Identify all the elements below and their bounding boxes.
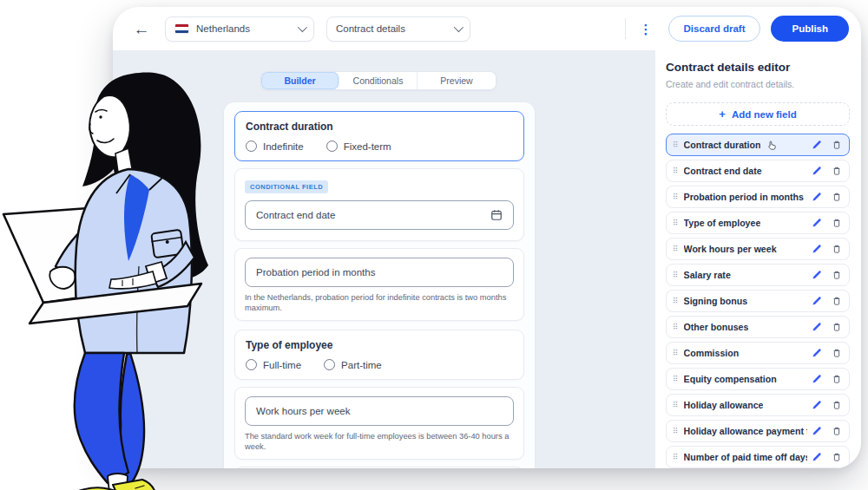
delete-trash-icon[interactable]	[831, 218, 842, 229]
edit-pencil-icon[interactable]	[811, 244, 822, 255]
netherlands-flag-icon	[174, 23, 189, 34]
tab-conditionals[interactable]: Conditionals	[339, 72, 418, 89]
drag-handle-icon[interactable]: ⠿	[673, 245, 678, 253]
probation-period-input[interactable]	[256, 267, 503, 278]
field-row-label: Holiday allowance payment fre...	[684, 426, 807, 436]
radio-label: Part-time	[341, 360, 382, 370]
sidebar-title: Contract details editor	[666, 61, 850, 74]
edit-pencil-icon[interactable]	[811, 426, 822, 437]
field-row-work-hours[interactable]: ⠿ Work hours per week	[666, 238, 850, 260]
country-select-value: Netherlands	[196, 23, 298, 34]
field-row-holiday-allowance[interactable]: ⠿ Holiday allowance	[666, 394, 850, 416]
delete-trash-icon[interactable]	[831, 322, 842, 333]
edit-pencil-icon[interactable]	[811, 452, 822, 463]
divider	[625, 18, 626, 39]
delete-trash-icon[interactable]	[831, 140, 842, 151]
add-new-field-label: Add new field	[732, 109, 797, 120]
field-card-contract-duration[interactable]: Contract duration Indefinite Fixed-term	[234, 111, 524, 161]
edit-pencil-icon[interactable]	[811, 218, 822, 229]
field-row-contract-duration[interactable]: ⠿ Contract duration	[666, 134, 850, 156]
field-row-holiday-allowance-frequency[interactable]: ⠿ Holiday allowance payment fre...	[666, 420, 850, 442]
chevron-down-icon	[298, 23, 307, 32]
edit-pencil-icon[interactable]	[811, 348, 822, 359]
field-row-paid-time-off[interactable]: ⠿ Number of paid time off days	[666, 446, 850, 468]
field-card-salary-rate[interactable]: Salary rate	[234, 467, 524, 468]
helper-text: The standard work week for full-time emp…	[245, 431, 514, 452]
kebab-menu-icon[interactable]: ⋮	[640, 23, 653, 36]
drag-handle-icon[interactable]: ⠿	[673, 141, 678, 149]
drag-handle-icon[interactable]: ⠿	[673, 454, 678, 461]
app-window: ← Netherlands Contract details ⋮ Discard…	[113, 7, 861, 468]
discard-draft-button[interactable]: Discard draft	[668, 16, 761, 42]
delete-trash-icon[interactable]	[831, 270, 842, 281]
field-card-contract-end-date[interactable]: CONDITIONAL FIELD	[234, 168, 524, 241]
row-actions	[811, 400, 842, 411]
delete-trash-icon[interactable]	[831, 166, 842, 177]
field-row-commission[interactable]: ⠿ Commission	[666, 342, 850, 364]
drag-handle-icon[interactable]: ⠿	[673, 167, 678, 175]
radio-label: Full-time	[263, 360, 301, 370]
radio-icon	[326, 140, 338, 152]
delete-trash-icon[interactable]	[831, 296, 842, 307]
edit-pencil-icon[interactable]	[811, 270, 822, 281]
publish-button[interactable]: Publish	[771, 16, 849, 42]
field-row-equity-compensation[interactable]: ⠿ Equity compensation	[666, 368, 850, 390]
drag-handle-icon[interactable]: ⠿	[673, 376, 678, 383]
plus-icon: +	[719, 108, 726, 120]
tab-builder[interactable]: Builder	[261, 72, 339, 89]
drag-handle-icon[interactable]: ⠿	[673, 428, 678, 435]
field-row-signing-bonus[interactable]: ⠿ Signing bonus	[666, 290, 850, 312]
radio-option-fixed-term[interactable]: Fixed-term	[326, 140, 391, 152]
field-row-type-of-employee[interactable]: ⠿ Type of employee	[666, 212, 850, 234]
delete-trash-icon[interactable]	[831, 426, 842, 437]
country-select[interactable]: Netherlands	[165, 16, 314, 42]
radio-option-full-time[interactable]: Full-time	[246, 359, 301, 370]
delete-trash-icon[interactable]	[831, 348, 842, 359]
delete-trash-icon[interactable]	[831, 452, 842, 463]
edit-pencil-icon[interactable]	[811, 374, 822, 385]
row-actions	[811, 426, 842, 437]
delete-trash-icon[interactable]	[831, 192, 842, 203]
tab-preview[interactable]: Preview	[418, 72, 496, 89]
field-card-probation-period[interactable]: In the Netherlands, probation period for…	[234, 248, 524, 321]
field-row-other-bonuses[interactable]: ⠿ Other bonuses	[666, 316, 850, 338]
field-row-salary-rate[interactable]: ⠿ Salary rate	[666, 264, 850, 286]
builder-canvas: Builder Conditionals Preview Contract du…	[113, 50, 655, 468]
field-row-label: Contract end date	[684, 166, 762, 176]
radio-option-indefinite[interactable]: Indefinite	[246, 140, 304, 152]
row-actions	[811, 244, 842, 255]
field-card-work-hours[interactable]: The standard work week for full-time emp…	[234, 387, 524, 460]
delete-trash-icon[interactable]	[831, 400, 842, 411]
work-hours-input[interactable]	[256, 406, 503, 416]
edit-pencil-icon[interactable]	[811, 166, 822, 177]
drag-handle-icon[interactable]: ⠿	[673, 271, 678, 279]
edit-pencil-icon[interactable]	[811, 296, 822, 307]
template-select[interactable]: Contract details	[326, 16, 470, 42]
field-card-type-of-employee[interactable]: Type of employee Full-time Part-time	[234, 330, 524, 380]
drag-handle-icon[interactable]: ⠿	[673, 219, 678, 227]
drag-handle-icon[interactable]: ⠿	[673, 297, 678, 305]
edit-pencil-icon[interactable]	[811, 322, 822, 333]
add-new-field-button[interactable]: + Add new field	[666, 102, 850, 126]
field-row-probation-period[interactable]: ⠿ Probation period in months	[666, 186, 850, 208]
field-row-label: Contract duration	[684, 140, 761, 150]
drag-handle-icon[interactable]: ⠿	[673, 402, 678, 409]
edit-pencil-icon[interactable]	[811, 400, 822, 411]
delete-trash-icon[interactable]	[831, 374, 842, 385]
drag-handle-icon[interactable]: ⠿	[673, 350, 678, 357]
edit-pencil-icon[interactable]	[811, 140, 822, 151]
date-input-wrap	[245, 200, 514, 230]
back-button[interactable]: ←	[130, 17, 153, 40]
template-select-value: Contract details	[336, 23, 454, 34]
radio-option-part-time[interactable]: Part-time	[324, 359, 382, 370]
field-row-label: Number of paid time off days	[684, 452, 807, 462]
contract-end-date-input[interactable]	[256, 210, 490, 220]
field-row-contract-end-date[interactable]: ⠿ Contract end date	[666, 160, 850, 182]
topbar: ← Netherlands Contract details ⋮ Discard…	[113, 7, 861, 50]
row-actions	[811, 192, 842, 203]
text-input-wrap	[245, 258, 514, 287]
delete-trash-icon[interactable]	[831, 244, 842, 255]
drag-handle-icon[interactable]: ⠿	[673, 323, 678, 331]
drag-handle-icon[interactable]: ⠿	[673, 193, 678, 201]
edit-pencil-icon[interactable]	[811, 192, 822, 203]
